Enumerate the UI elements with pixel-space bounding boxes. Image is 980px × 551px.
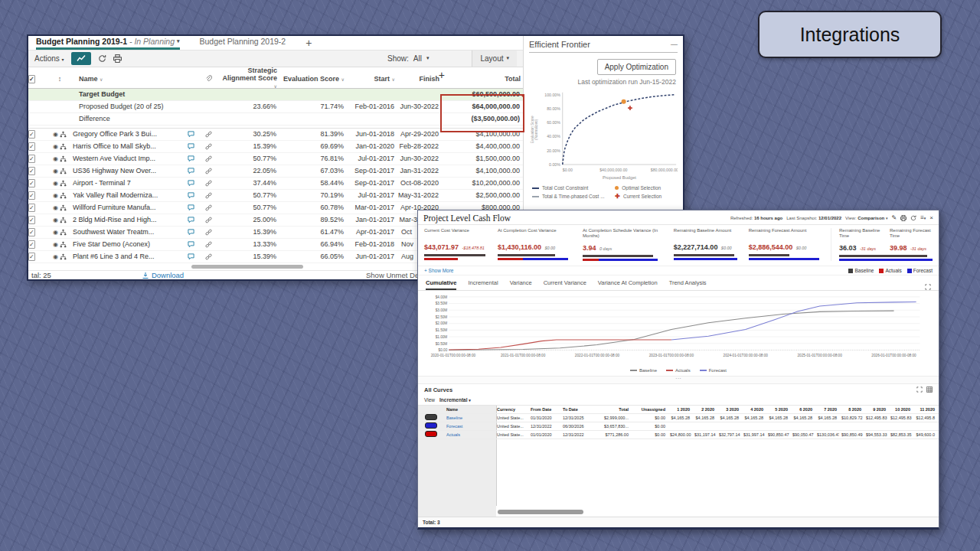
dependency-link-icon[interactable]: [198, 253, 218, 260]
project-name[interactable]: US36 Highway New Over...: [73, 167, 183, 174]
comment-icon[interactable]: [183, 204, 198, 211]
dependency-link-icon[interactable]: [198, 217, 218, 223]
project-name[interactable]: Western Ave Viaduct Imp...: [73, 155, 183, 162]
new-tab-button[interactable]: +: [305, 36, 312, 50]
layout-menu[interactable]: Layout ▾: [472, 51, 517, 67]
comment-icon[interactable]: [183, 155, 198, 162]
dependency-link-icon[interactable]: [198, 180, 218, 187]
show-more-link[interactable]: + Show More: [424, 268, 453, 273]
refresh-icon[interactable]: [910, 215, 916, 221]
curves-column[interactable]: Total: [593, 407, 631, 412]
row-checkbox[interactable]: ✓: [28, 216, 35, 224]
column-evaluation[interactable]: Evaluation Score ∨: [279, 75, 347, 83]
table-row[interactable]: ✓ ◉ Airport - Terminal 7 37.44% 58.44% S…: [28, 178, 523, 190]
grid-icon[interactable]: [926, 386, 933, 394]
row-checkbox[interactable]: ✓: [28, 240, 35, 249]
actions-menu[interactable]: Actions ▾: [34, 54, 64, 63]
tab-incremental[interactable]: Incremental: [468, 279, 498, 290]
summary-row[interactable]: Target Budget $60,500,000.00: [28, 89, 523, 101]
dependency-link-icon[interactable]: [198, 168, 218, 174]
curves-column[interactable]: Currency: [495, 407, 528, 412]
curves-column[interactable]: To Date: [560, 407, 593, 412]
print-icon[interactable]: [900, 215, 906, 221]
column-finish[interactable]: Finish: [397, 75, 442, 83]
expand-chart-icon[interactable]: [925, 284, 931, 290]
tab-budget-planning-2019-1[interactable]: Budget Planning 2019-1 - In Planning ▾: [36, 36, 180, 50]
table-row[interactable]: ✓ ◉ Western Ave Viaduct Imp... 50.77% 76…: [28, 153, 523, 165]
select-all-checkbox[interactable]: ✓: [28, 75, 35, 83]
table-row[interactable]: ✓ ◉ Gregory Office Park 3 Bui... 30.25% …: [28, 129, 523, 141]
column-start[interactable]: Start ∨: [347, 75, 397, 83]
row-checkbox[interactable]: ✓: [28, 253, 35, 261]
project-name[interactable]: Harris Office to Mall Skyb...: [73, 142, 183, 150]
curves-column[interactable]: 3 2020: [717, 407, 741, 412]
curve-name-link[interactable]: Baseline: [444, 416, 495, 420]
dependency-link-icon[interactable]: [198, 155, 218, 162]
curves-column[interactable]: 7 2020: [815, 407, 839, 412]
curve-row-actuals[interactable]: ActualsUnited State...01/01/202012/31/20…: [418, 431, 939, 439]
curves-column[interactable]: Unassigned: [631, 407, 668, 412]
project-name[interactable]: Southwest Water Treatm...: [73, 228, 183, 236]
curves-column[interactable]: 10 2020: [888, 407, 913, 412]
view-dropdown[interactable]: View: Comparison ▾: [845, 216, 887, 220]
dependency-link-icon[interactable]: [198, 229, 218, 236]
comment-icon[interactable]: [183, 180, 198, 187]
tab-variance-at-completion[interactable]: Variance At Completion: [598, 279, 658, 290]
curves-column[interactable]: 2 2020: [692, 407, 717, 412]
curves-column[interactable]: 11 2020: [913, 407, 937, 412]
project-name[interactable]: Plant #6 Line 3 and 4 Re...: [73, 253, 183, 260]
row-checkbox[interactable]: ✓: [28, 191, 35, 200]
summary-row[interactable]: Proposed Budget (20 of 25) 23.66% 71.74%…: [28, 101, 523, 113]
project-name[interactable]: Yak Valley Rail Moderniza...: [73, 191, 183, 199]
comment-icon[interactable]: [183, 241, 198, 248]
print-icon[interactable]: [113, 54, 122, 63]
curve-row-baseline[interactable]: BaselineUnited State...01/31/202012/31/2…: [418, 414, 939, 422]
summary-row[interactable]: Difference ($3,500,000.00): [28, 113, 523, 126]
sort-icon[interactable]: ↕: [47, 75, 73, 83]
tab-variance[interactable]: Variance: [510, 279, 532, 290]
comment-icon[interactable]: [183, 131, 198, 138]
panel-resize-handle[interactable]: ···: [418, 376, 939, 384]
curves-column[interactable]: 8 2020: [839, 407, 864, 412]
tab-trend-analysis[interactable]: Trend Analysis: [669, 279, 707, 290]
column-strategic[interactable]: StrategicAlignment Score ∨: [218, 67, 279, 90]
row-checkbox[interactable]: ✓: [28, 155, 35, 163]
menu-icon[interactable]: ≡▾: [920, 214, 926, 221]
curves-column[interactable]: 1 2020: [668, 407, 692, 412]
dependency-link-icon[interactable]: [198, 192, 218, 199]
apply-optimization-button[interactable]: Apply Optimization: [597, 59, 676, 75]
row-checkbox[interactable]: ✓: [28, 228, 35, 236]
curve-row-forecast[interactable]: ForecastUnited State...12/31/202206/30/2…: [418, 422, 939, 431]
comment-icon[interactable]: [183, 253, 198, 260]
project-name[interactable]: Willford Furniture Manufa...: [73, 204, 183, 211]
dependency-link-icon[interactable]: [198, 204, 218, 211]
chart-view-button[interactable]: [71, 52, 91, 65]
column-name[interactable]: Name ∨: [73, 75, 183, 83]
comment-icon[interactable]: [183, 217, 198, 223]
curve-name-link[interactable]: Forecast: [444, 424, 495, 429]
tab-budget-planning-2019-2[interactable]: Budget Planning 2019-2: [200, 36, 286, 50]
project-name[interactable]: Five Star Demo (Aconex): [73, 240, 183, 248]
table-row[interactable]: ✓ ◉ Yak Valley Rail Moderniza... 50.77% …: [28, 190, 523, 202]
horizontal-scrollbar[interactable]: [191, 265, 303, 269]
curves-column[interactable]: From Date: [528, 407, 560, 412]
tab-current-variance[interactable]: Current Variance: [544, 279, 586, 290]
view-select[interactable]: Incremental ▾: [439, 397, 471, 403]
table-row[interactable]: ✓ ◉ US36 Highway New Over... 22.05% 67.0…: [28, 165, 523, 178]
curves-column[interactable]: 5 2020: [766, 407, 790, 412]
column-total[interactable]: Total: [442, 75, 523, 83]
row-checkbox[interactable]: ✓: [28, 204, 35, 212]
row-checkbox[interactable]: ✓: [28, 130, 35, 139]
comment-icon[interactable]: [183, 192, 198, 199]
comment-icon[interactable]: [183, 143, 198, 150]
edit-icon[interactable]: ✎: [891, 214, 897, 221]
curves-column[interactable]: 4 2020: [741, 407, 766, 412]
project-name[interactable]: 2 Bldg Mid-Rise and High...: [73, 216, 183, 223]
curves-column[interactable]: 6 2020: [790, 407, 815, 412]
dependency-link-icon[interactable]: [198, 143, 218, 150]
refresh-icon[interactable]: [98, 54, 106, 63]
comment-icon[interactable]: [183, 168, 198, 174]
minimize-icon[interactable]: —: [671, 41, 678, 48]
table-horizontal-scrollbar[interactable]: [498, 510, 583, 514]
table-row[interactable]: ✓ ◉ Harris Office to Mall Skyb... 15.39%…: [28, 141, 523, 153]
